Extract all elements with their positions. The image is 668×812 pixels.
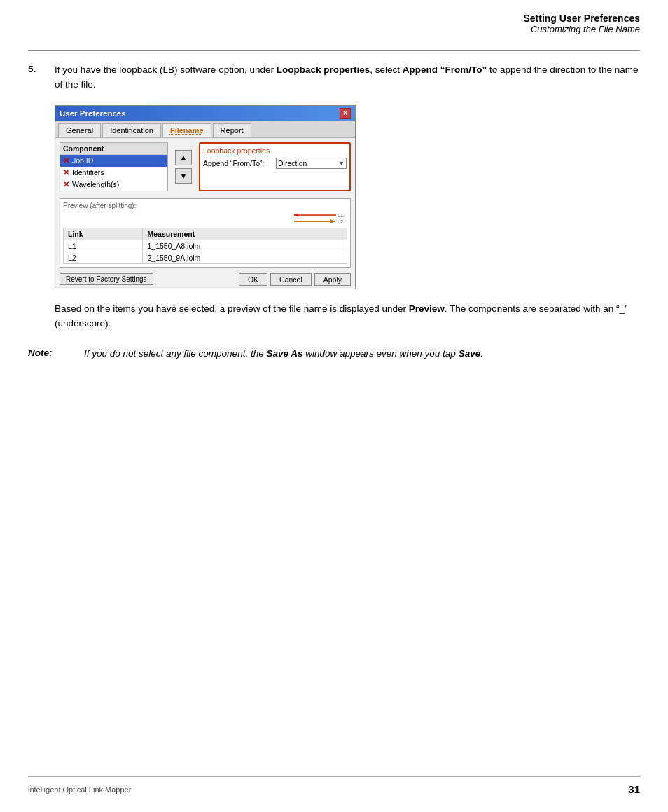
header-rule (28, 50, 640, 51)
move-down-button[interactable]: ▼ (175, 168, 192, 184)
left-panel: Component ✕ Job ID ✕ Identifiers ✕ Wavel… (60, 142, 168, 191)
remove-identifiers-icon[interactable]: ✕ (63, 168, 69, 177)
tab-report[interactable]: Report (213, 123, 251, 137)
dialog-wrapper: User Preferences × General Identificatio… (55, 105, 640, 289)
arrow-panel: ▲ ▼ (172, 142, 195, 191)
footer-rule (28, 776, 640, 777)
preview-table: Link Measurement L1 1_1550_A8.iolm L2 2_… (63, 228, 347, 264)
dialog-close-button[interactable]: × (340, 108, 351, 119)
move-up-button[interactable]: ▲ (175, 150, 192, 165)
component-identifiers[interactable]: ✕ Identifiers (60, 167, 167, 179)
direction-value: Direction (278, 159, 307, 167)
component-wavelengths[interactable]: ✕ Wavelength(s) (60, 179, 167, 191)
loopback-row: Append “From/To”: Direction ▼ (203, 158, 347, 169)
loopback-title: Loopback properties (203, 146, 347, 155)
remove-wavelengths-icon[interactable]: ✕ (63, 180, 69, 189)
preview-label: Preview (after splitting): (63, 202, 347, 209)
svg-marker-4 (330, 219, 335, 223)
dialog-title: User Preferences (60, 109, 126, 118)
component-job-id[interactable]: ✕ Job ID (60, 155, 167, 167)
col-link: Link (64, 228, 143, 240)
tab-filename[interactable]: Filename (162, 123, 211, 137)
page-number: 31 (628, 783, 640, 795)
note-label: Note: (28, 347, 84, 358)
dialog-tabs: General Identification Filename Report (55, 121, 355, 138)
page-header: Setting User Preferences Customizing the… (523, 13, 640, 34)
measurement-l1: 1_1550_A8.iolm (143, 240, 347, 252)
apply-button[interactable]: Apply (314, 273, 351, 286)
table-row: L1 1_1550_A8.iolm (64, 240, 347, 252)
identifiers-label: Identifiers (72, 168, 104, 177)
select-arrow-icon: ▼ (338, 160, 345, 167)
revert-button[interactable]: Revert to Factory Settings (60, 273, 153, 285)
table-row: L2 2_1550_9A.iolm (64, 252, 347, 263)
note-row: Note: If you do not select any file comp… (28, 347, 640, 362)
svg-text:L2: L2 (338, 219, 343, 224)
loopback-direction-select[interactable]: Direction ▼ (276, 158, 347, 169)
dialog-titlebar: User Preferences × (55, 106, 355, 121)
link-l2: L2 (64, 252, 143, 263)
measurement-l2: 2_1550_9A.iolm (143, 252, 347, 263)
step-number: 5. (28, 63, 55, 74)
step-text: If you have the loopback (LB) software o… (55, 63, 640, 92)
main-content: 5. If you have the loopback (LB) softwar… (28, 63, 640, 374)
dialog-body: Component ✕ Job ID ✕ Identifiers ✕ Wavel… (55, 138, 355, 195)
tab-identification[interactable]: Identification (102, 123, 161, 137)
wavelengths-label: Wavelength(s) (72, 180, 119, 188)
job-id-label: Job ID (72, 156, 93, 165)
after-dialog-text: Based on the items you have selected, a … (55, 302, 640, 331)
ok-button[interactable]: OK (239, 273, 267, 286)
loopback-label: Append “From/To”: (203, 159, 273, 167)
preview-arrow-container: L1 L2 (63, 212, 347, 226)
footer-product-name: intelligent Optical Link Mapper (28, 785, 131, 794)
preview-section: Preview (after splitting): L1 L2 (60, 198, 351, 268)
remove-job-id-icon[interactable]: ✕ (63, 156, 69, 165)
note-text: If you do not select any file component,… (84, 347, 640, 362)
loopback-panel: Loopback properties Append “From/To”: Di… (199, 142, 351, 191)
header-title: Setting User Preferences (523, 13, 640, 24)
dialog-box: User Preferences × General Identificatio… (55, 105, 356, 289)
col-measurement: Measurement (143, 228, 347, 240)
step-5-row: 5. If you have the loopback (LB) softwar… (28, 63, 640, 92)
left-panel-header: Component (60, 143, 167, 155)
preview-arrow-svg: L1 L2 (287, 212, 343, 226)
tab-general[interactable]: General (58, 123, 101, 137)
svg-marker-1 (294, 213, 298, 217)
svg-text:L1: L1 (338, 213, 343, 218)
link-l1: L1 (64, 240, 143, 252)
footer-buttons: OK Cancel Apply (239, 273, 351, 286)
dialog-footer: Revert to Factory Settings OK Cancel App… (55, 270, 355, 289)
cancel-button[interactable]: Cancel (270, 273, 312, 286)
page-footer: intelligent Optical Link Mapper 31 (28, 783, 640, 795)
header-subtitle: Customizing the File Name (523, 24, 640, 34)
